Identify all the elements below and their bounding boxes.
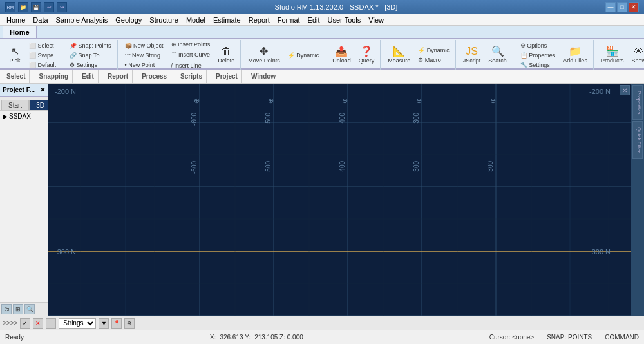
viewport-close-button[interactable]: ✕ <box>620 85 630 95</box>
dynamic-button[interactable]: ⚡ Dynamic <box>285 51 323 60</box>
select-button[interactable]: ⬜ Select <box>26 41 59 50</box>
add-files-label: Add Files <box>563 57 587 64</box>
toolbar-snapping-section: Snapping <box>35 70 73 83</box>
pick-button[interactable]: ↖ Pick <box>5 42 24 69</box>
menu-estimate[interactable]: Estimate <box>209 15 245 25</box>
insert-line-button[interactable]: / Insert Line <box>168 61 214 70</box>
measure-button[interactable]: 📐 Measure <box>384 42 413 69</box>
tab-start[interactable]: Start <box>1 100 29 110</box>
menu-user-tools[interactable]: User Tools <box>324 15 365 25</box>
menu-home[interactable]: Home <box>3 15 29 25</box>
default-button[interactable]: ⬜ Default <box>26 61 59 70</box>
menu-report[interactable]: Report <box>245 15 274 25</box>
panel-icon1[interactable]: 🗂 <box>1 304 12 314</box>
panel-bottom-icons: 🗂 ⊞ 🔍 <box>0 302 48 316</box>
quick-filter-tab[interactable]: Quick Filter <box>632 121 643 158</box>
delete-button[interactable]: 🗑 Delete <box>214 42 238 69</box>
menu-data[interactable]: Data <box>29 15 52 25</box>
unload-button[interactable]: 📤 Unload <box>329 42 354 69</box>
pick-icon: ↖ <box>11 46 19 57</box>
svg-text:-300: -300 <box>413 113 420 126</box>
jscript-icon: JS <box>466 46 478 57</box>
add-files-icon: 📁 <box>569 46 582 57</box>
svg-text:-200 N: -200 N <box>589 88 611 95</box>
menu-edit[interactable]: Edit <box>304 15 324 25</box>
menu-view[interactable]: View <box>365 15 388 25</box>
maximize-button[interactable]: □ <box>617 2 627 12</box>
insert-curve-button[interactable]: ⌒ Insert Curve <box>168 50 214 61</box>
app-icon2: 📁 <box>18 2 28 12</box>
menu-sample-analysis[interactable]: Sample Analysis <box>52 15 112 25</box>
show-icon: 👁 <box>634 46 644 57</box>
new-object-button[interactable]: 📦 New Object <box>122 41 167 50</box>
toolbar-select-label: Select <box>6 73 25 80</box>
insert-points-button[interactable]: ⊕ Insert Points <box>168 40 214 49</box>
products-button[interactable]: 🏪 Products <box>598 42 627 69</box>
show-button[interactable]: 👁 Show <box>628 42 644 69</box>
properties-tab[interactable]: Properties <box>632 85 643 120</box>
process-group-content: 📤 Unload ❓ Query <box>329 40 377 70</box>
menu-structure[interactable]: Structure <box>146 15 182 25</box>
move-col: ⚡ Dynamic <box>285 51 323 60</box>
tree-item-ssdax[interactable]: ▶ SSDAX <box>1 112 46 120</box>
menu-geology[interactable]: Geology <box>111 15 146 25</box>
menu-format[interactable]: Format <box>274 15 304 25</box>
window-controls[interactable]: — □ ✕ <box>605 2 639 12</box>
new-point-button[interactable]: • New Point <box>122 61 167 70</box>
snap-settings-button[interactable]: ⚙ Settings <box>66 61 115 70</box>
ribbon-tab-home[interactable]: Home <box>3 26 37 38</box>
view-tabs-area: Start 3D Files Plots <box>0 97 48 111</box>
select-col: ⬜ Select ⬜ Swipe ⬜ Default <box>26 41 59 70</box>
toolbar-edit-label: Edit <box>82 73 94 80</box>
cmd-dropdown-btn[interactable]: ▼ <box>99 318 109 329</box>
viewport[interactable]: ⊕ ⊕ ⊕ ⊕ ⊕ ⊕ ⊕ ⊕ ⊕ ⊕ -600 -500 -400 -300 … <box>48 84 644 316</box>
status-command: COMMAND <box>605 334 639 341</box>
new-string-button[interactable]: 〰 New String <box>122 51 167 60</box>
project-panel-close[interactable]: ✕ <box>40 86 45 93</box>
cmd-type-dropdown[interactable]: Strings <box>59 318 96 329</box>
panel-icon2[interactable]: ⊞ <box>13 304 23 314</box>
svg-text:-400: -400 <box>339 161 346 174</box>
menu-model[interactable]: Model <box>182 15 209 25</box>
tree-item-label: SSDAX <box>9 113 31 120</box>
project-panel-header: Project F... ✕ <box>0 84 48 97</box>
search-button[interactable]: 🔍 Search <box>485 42 510 69</box>
snapping-col: 📌 Snap: Points 🔗 Snap To ⚙ Settings <box>66 41 115 70</box>
cmd-x-button[interactable]: ✕ <box>33 318 43 329</box>
cmd-extra-button[interactable]: ... <box>46 318 56 329</box>
macro-button[interactable]: ⚙ Macro <box>415 55 453 64</box>
project-col: ⚙ Options 📋 Properties 🔧 Settings <box>517 41 559 70</box>
close-button[interactable]: ✕ <box>629 2 639 12</box>
svg-text:⊕: ⊕ <box>490 97 496 104</box>
panel-icon3[interactable]: 🔍 <box>24 304 35 314</box>
query-label: Query <box>359 57 375 64</box>
add-files-button[interactable]: 📁 Add Files <box>560 42 591 69</box>
svg-text:-300: -300 <box>487 161 494 174</box>
query-icon: ❓ <box>360 46 373 57</box>
toolbar-window-section: Window <box>247 70 279 83</box>
properties-button[interactable]: 📋 Properties <box>517 51 559 60</box>
cursor-text: Cursor: <none> <box>489 334 535 341</box>
options-button[interactable]: ⚙ Options <box>517 41 559 50</box>
cmd-snap-btn[interactable]: ⊕ <box>124 318 135 329</box>
snap-to-button[interactable]: 🔗 Snap To <box>66 51 115 60</box>
jscript-button[interactable]: JS JScript <box>460 42 484 69</box>
minimize-button[interactable]: — <box>605 2 616 12</box>
products-icon: 🏪 <box>606 46 619 57</box>
macro-dynamic-button[interactable]: ⚡ Dynamic <box>415 46 453 55</box>
toolbar-report-section: Report <box>104 70 133 83</box>
pick-label: Pick <box>9 57 20 64</box>
query-button[interactable]: ❓ Query <box>355 42 378 69</box>
show-label: Show <box>631 57 644 64</box>
settings-button[interactable]: 🔧 Settings <box>517 61 559 70</box>
svg-text:-500: -500 <box>265 161 272 174</box>
cmd-coord-btn[interactable]: 📍 <box>111 318 122 329</box>
cmd-check-button[interactable]: ✓ <box>20 318 30 329</box>
snap-points-button[interactable]: 📌 Snap: Points <box>66 41 115 50</box>
svg-text:⊕: ⊕ <box>416 97 422 104</box>
swipe-button[interactable]: ⬜ Swipe <box>26 51 59 60</box>
unload-icon: 📤 <box>335 46 348 57</box>
move-points-button[interactable]: ✥ Move Points <box>245 42 283 69</box>
app-icon3: 💾 <box>31 2 41 12</box>
move-label: Move Points <box>248 57 280 64</box>
